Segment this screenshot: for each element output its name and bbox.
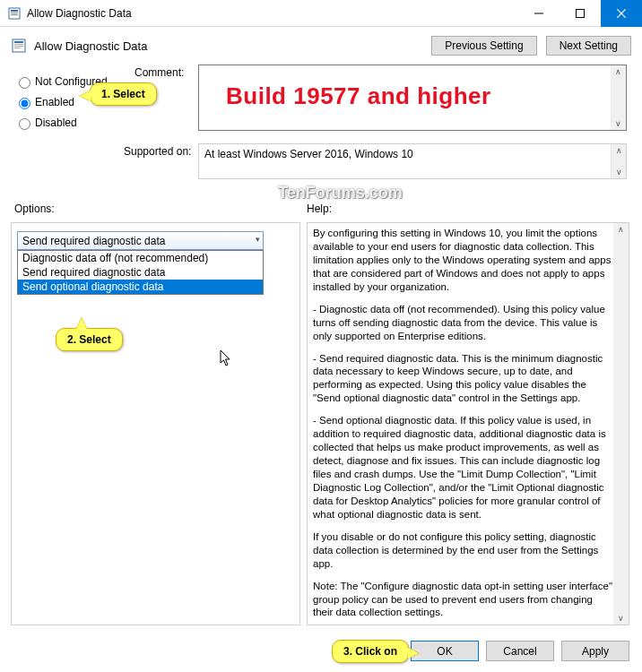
supported-on-label: Supported on: xyxy=(124,145,191,158)
annotation-step-2: 2. Select xyxy=(56,328,123,351)
options-panel: Send required diagnostic data ▾ Diagnost… xyxy=(11,222,300,625)
scroll-down-icon[interactable]: ∨ xyxy=(616,168,622,177)
svg-rect-11 xyxy=(14,46,23,47)
help-text: By configuring this setting in Windows 1… xyxy=(313,227,613,621)
help-paragraph: If you disable or do not configure this … xyxy=(313,530,613,571)
chevron-down-icon[interactable]: ▾ xyxy=(256,235,260,244)
cursor-icon xyxy=(220,349,234,367)
policy-title: Allow Diagnostic Data xyxy=(34,39,422,53)
radio-disabled[interactable]: Disabled xyxy=(14,116,122,130)
help-paragraph: Note: The "Configure diagnostic data opt… xyxy=(313,580,613,620)
options-dropdown[interactable]: Diagnostic data off (not recommended) Se… xyxy=(17,250,264,295)
svg-rect-2 xyxy=(11,13,18,13)
help-panel: By configuring this setting in Windows 1… xyxy=(307,222,629,625)
help-label: Help: xyxy=(307,202,332,215)
watermark: TenForums.com xyxy=(278,184,403,202)
supported-scrollbar[interactable]: ∧ ∨ xyxy=(611,144,626,178)
radio-label: Disabled xyxy=(35,116,77,129)
radio-label: Enabled xyxy=(35,96,74,108)
annotation-banner: Build 19577 and higher xyxy=(226,82,491,110)
annotation-step-3: 3. Click on xyxy=(332,640,409,663)
scroll-down-icon[interactable]: ∨ xyxy=(615,119,621,128)
minimize-button[interactable] xyxy=(518,0,560,27)
next-setting-button[interactable]: Next Setting xyxy=(546,36,631,56)
svg-rect-1 xyxy=(11,10,18,12)
close-button[interactable] xyxy=(601,0,642,27)
help-scrollbar[interactable]: ∧ ∨ xyxy=(613,223,629,625)
window-controls xyxy=(518,0,642,27)
dropdown-item-optional[interactable]: Send optional diagnostic data xyxy=(18,280,263,294)
ok-button[interactable]: OK xyxy=(411,641,479,661)
comment-label: Comment: xyxy=(134,66,184,79)
policy-icon xyxy=(11,38,27,54)
help-paragraph: - Diagnostic data off (not recommended).… xyxy=(313,303,613,343)
help-paragraph: - Send required diagnostic data. This is… xyxy=(313,352,613,406)
window-title: Allow Diagnostic Data xyxy=(27,7,518,20)
help-paragraph: - Send optional diagnostic data. If this… xyxy=(313,414,613,521)
scroll-up-icon[interactable]: ∧ xyxy=(616,146,622,155)
svg-rect-3 xyxy=(11,14,18,15)
window-icon xyxy=(7,6,22,21)
svg-rect-12 xyxy=(14,47,21,48)
scroll-up-icon[interactable]: ∧ xyxy=(618,225,624,234)
svg-rect-9 xyxy=(14,41,23,43)
config-area: Not Configured Enabled Disabled Comment:… xyxy=(0,59,642,185)
options-label: Options: xyxy=(14,202,55,215)
supported-text: At least Windows Server 2016, Windows 10 xyxy=(204,148,413,160)
cancel-button[interactable]: Cancel xyxy=(486,641,554,661)
scroll-up-icon[interactable]: ∧ xyxy=(615,67,621,76)
previous-setting-button[interactable]: Previous Setting xyxy=(431,36,536,56)
svg-rect-10 xyxy=(14,44,23,45)
dialog-buttons: OK Cancel Apply xyxy=(411,641,629,661)
maximize-button[interactable] xyxy=(560,0,601,27)
comment-scrollbar[interactable]: ∧ ∨ xyxy=(611,65,626,130)
options-combobox[interactable]: Send required diagnostic data ▾ xyxy=(17,231,264,250)
svg-rect-5 xyxy=(577,9,585,17)
help-paragraph: By configuring this setting in Windows 1… xyxy=(313,227,613,294)
title-bar: Allow Diagnostic Data xyxy=(0,0,642,27)
dropdown-item-required[interactable]: Send required diagnostic data xyxy=(18,265,263,280)
scroll-down-icon[interactable]: ∨ xyxy=(618,614,624,623)
header-row: Allow Diagnostic Data Previous Setting N… xyxy=(0,27,642,59)
supported-on-value: At least Windows Server 2016, Windows 10… xyxy=(198,143,627,179)
dropdown-item-off[interactable]: Diagnostic data off (not recommended) xyxy=(18,251,263,265)
apply-button[interactable]: Apply xyxy=(561,641,629,661)
combobox-value: Send required diagnostic data xyxy=(22,235,165,247)
annotation-step-1: 1. Select xyxy=(90,82,157,106)
